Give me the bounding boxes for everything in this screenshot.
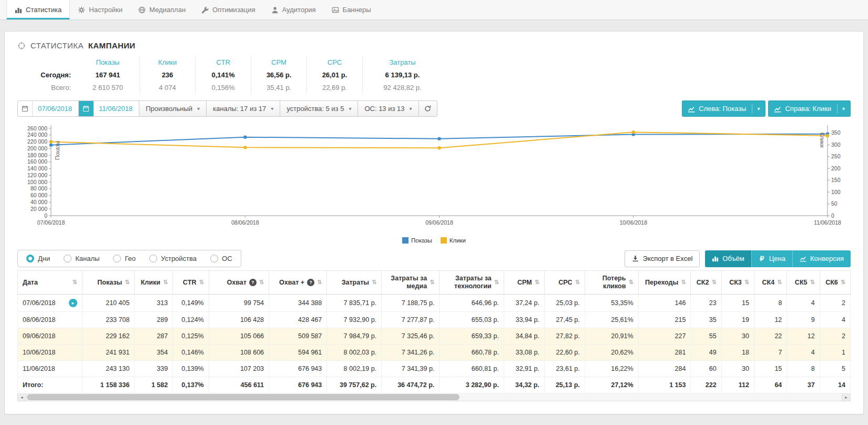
column-header-4[interactable]: Охват?⇅ <box>209 271 269 295</box>
radio-label: Каналы <box>75 255 99 262</box>
summary-value: 0,141% <box>195 69 251 82</box>
column-header-17[interactable]: СК6⇅ <box>820 271 850 295</box>
column-header-5[interactable]: Охват +?⇅ <box>269 271 327 295</box>
column-header-10[interactable]: CPC⇅ <box>544 271 585 295</box>
mode-volume-button[interactable]: Объём <box>705 250 751 267</box>
column-header-16[interactable]: СК5⇅ <box>787 271 820 295</box>
filter-period-dropdown[interactable]: Произвольный▾ <box>139 100 207 117</box>
column-header-12[interactable]: Переходы⇅ <box>638 271 691 295</box>
refresh-button[interactable] <box>418 100 437 117</box>
table-cell: 37 <box>787 377 820 393</box>
column-header-3[interactable]: CTR⇅ <box>173 271 209 295</box>
table-cell-date: 10/06/2018 <box>18 345 83 361</box>
table-cell: 1 153 <box>638 377 691 393</box>
radio-geo[interactable]: Гео <box>113 255 136 262</box>
left-axis-metric-button[interactable]: Слева: Показы ▾ <box>682 100 765 117</box>
column-header-6[interactable]: Затраты⇅ <box>327 271 382 295</box>
mode-price-button[interactable]: ₽Цена <box>751 250 792 267</box>
table-cell: 23,61 р. <box>544 361 585 377</box>
table-cell: 107 203 <box>209 361 269 377</box>
scroll-right-arrow[interactable]: ► <box>842 393 850 401</box>
help-icon[interactable]: ? <box>249 279 257 286</box>
radio-os[interactable]: ОС <box>210 255 232 262</box>
svg-text:60 000: 60 000 <box>30 192 47 198</box>
filter-channels-dropdown[interactable]: каналы: 17 из 17▾ <box>206 100 280 117</box>
line-chart-icon <box>800 255 806 262</box>
tab-mediaplan[interactable]: Медиаплан <box>130 0 193 19</box>
export-excel-button[interactable]: Экспорт в Excel <box>625 250 700 267</box>
title-campaign: КАМПАНИИ <box>88 41 136 50</box>
expand-row-icon[interactable]: ▸ <box>69 299 77 307</box>
tab-statistics[interactable]: Статистика <box>6 0 70 19</box>
series-impressions[interactable] <box>49 133 829 147</box>
scroll-left-arrow[interactable]: ◄ <box>18 393 26 401</box>
tab-audience[interactable]: Аудитория <box>263 0 324 19</box>
svg-text:20 000: 20 000 <box>30 206 47 212</box>
summary-value: 35,41 р. <box>251 82 307 94</box>
axis-metric-buttons: Слева: Показы ▾ Справа: Клики ▾ <box>682 100 851 117</box>
table-cell: 36 474,72 р. <box>382 377 440 393</box>
summary-value: 6 139,13 р. <box>362 69 442 82</box>
column-header-0[interactable]: Дата⇅ <box>18 271 83 295</box>
help-icon[interactable]: ? <box>307 279 314 286</box>
legend-item[interactable]: Показы <box>402 237 432 244</box>
summary-value: 26,01 р. <box>307 69 362 82</box>
column-header-13[interactable]: СК2⇅ <box>691 271 721 295</box>
summary-column-label: Затраты <box>362 56 442 69</box>
table-cell: 660,78 р. <box>440 345 504 361</box>
svg-text:0: 0 <box>831 212 834 219</box>
table-cell: 37,24 р. <box>504 295 544 312</box>
column-header-1[interactable]: Показы⇅ <box>82 271 135 295</box>
table-cell: 18 <box>721 345 754 361</box>
svg-text:07/06/2018: 07/06/2018 <box>37 219 65 226</box>
svg-text:100 000: 100 000 <box>27 179 47 185</box>
table-cell: 4 <box>787 295 820 312</box>
target-icon <box>17 42 26 50</box>
date-to-input[interactable]: 11/06/2018 <box>78 100 139 117</box>
column-header-8[interactable]: Затраты за технологии⇅ <box>440 271 504 295</box>
tab-optimization[interactable]: Оптимизация <box>193 0 263 19</box>
table-cell-date: 07/06/2018▸ <box>18 295 83 312</box>
svg-text:80 000: 80 000 <box>30 185 47 191</box>
table-cell: 7 <box>754 345 787 361</box>
summary-column-label: Клики <box>139 56 195 69</box>
filter-label: ОС: 13 из 13 <box>364 105 404 113</box>
table-cell: 33,08 р. <box>504 345 544 361</box>
legend-swatch-icon <box>402 237 409 244</box>
date-from-input[interactable]: 07/06/2018 <box>17 100 79 117</box>
chevron-down-icon: ▾ <box>271 106 273 112</box>
table-cell: 227 <box>638 328 691 345</box>
campaign-statistics-panel: СТАТИСТИКА КАМПАНИИ ПоказыКликиCTRCPMCPC… <box>4 31 864 414</box>
table-cell: 4 <box>787 345 820 361</box>
mode-conversion-button[interactable]: Конверсия <box>792 250 851 267</box>
tab-settings[interactable]: Настройки <box>70 0 130 19</box>
radio-channels[interactable]: Каналы <box>64 255 99 262</box>
filter-label: каналы: 17 из 17 <box>213 105 266 113</box>
sort-icon: ⇅ <box>259 279 264 286</box>
chevron-down-icon: ▾ <box>349 106 351 112</box>
summary-stats: ПоказыКликиCTRCPMCPCЗатратыСегодня:167 9… <box>21 56 851 94</box>
table-cell: 659,33 р. <box>440 328 504 345</box>
tab-banners[interactable]: Баннеры <box>324 0 379 19</box>
filter-devices-dropdown[interactable]: устройства: 5 из 5▾ <box>280 100 358 117</box>
gears-icon <box>78 6 85 14</box>
horizontal-scrollbar[interactable]: ◄ ► <box>17 393 851 401</box>
svg-text:0: 0 <box>44 212 47 219</box>
table-cell: 313 <box>135 295 173 312</box>
column-header-9[interactable]: CPM⇅ <box>504 271 544 295</box>
radio-label: Гео <box>125 255 136 262</box>
column-header-15[interactable]: СК4⇅ <box>754 271 787 295</box>
bar-chart-icon <box>15 6 22 14</box>
legend-item[interactable]: Клики <box>441 237 466 244</box>
radio-devices[interactable]: Устройства <box>149 255 197 262</box>
column-header-2[interactable]: Клики⇅ <box>135 271 173 295</box>
column-header-11[interactable]: Потерь кликов⇅ <box>585 271 638 295</box>
filter-os-dropdown[interactable]: ОС: 13 из 13▾ <box>358 100 418 117</box>
sort-icon: ⇅ <box>681 279 686 286</box>
column-header-7[interactable]: Затраты за медиа⇅ <box>382 271 440 295</box>
scrollbar-thumb[interactable] <box>27 394 459 400</box>
right-axis-metric-button[interactable]: Справа: Клики ▾ <box>768 100 851 117</box>
column-header-14[interactable]: СК3⇅ <box>721 271 754 295</box>
radio-days[interactable]: Дни <box>26 255 50 262</box>
table-cell: 8 <box>754 295 787 312</box>
